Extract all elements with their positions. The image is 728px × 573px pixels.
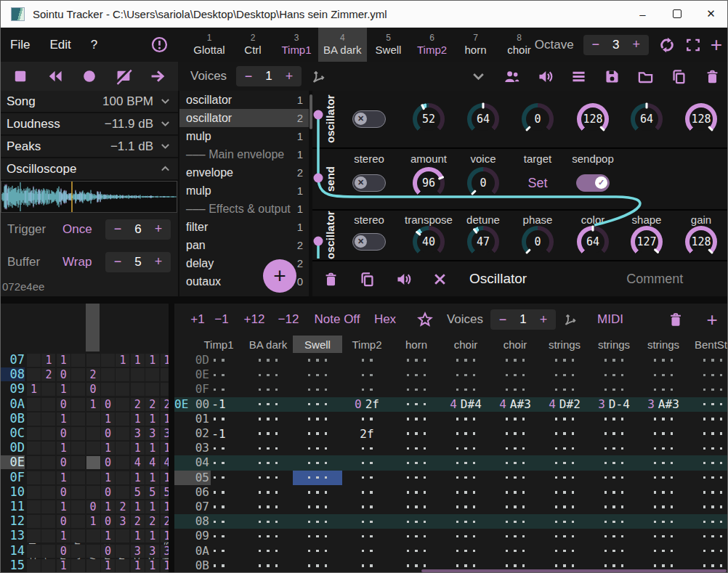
folder-icon[interactable]: [637, 68, 654, 85]
follow-arrow-icon[interactable]: [149, 68, 166, 85]
pattern-cell[interactable]: [243, 412, 293, 426]
pattern-cell[interactable]: [243, 471, 293, 485]
record-icon[interactable]: [81, 68, 98, 85]
order-cell[interactable]: [161, 368, 169, 381]
pattern-cell[interactable]: [441, 426, 490, 441]
order-row-number[interactable]: 13: [0, 529, 25, 542]
loop-icon[interactable]: [658, 36, 676, 54]
order-cell[interactable]: 3: [145, 545, 159, 558]
track-tab-ba-dark[interactable]: 4BA dark: [318, 28, 367, 62]
unit-list-item[interactable]: envelope2: [179, 163, 309, 182]
pattern-cell[interactable]: [490, 471, 540, 485]
pattern-cell[interactable]: [490, 353, 540, 367]
order-cell[interactable]: 2: [116, 500, 129, 513]
split-voices-icon[interactable]: [311, 69, 326, 84]
pattern-hscrollbar[interactable]: [421, 569, 727, 572]
pattern-cell[interactable]: [342, 382, 392, 397]
pattern-cell[interactable]: 4A#3: [490, 397, 540, 412]
trigger-increment-button[interactable]: +: [149, 222, 168, 237]
pattern-cell[interactable]: [293, 485, 342, 500]
pattern-cell[interactable]: [639, 544, 688, 558]
pattern-track-header-strings[interactable]: strings: [540, 336, 589, 353]
order-cell[interactable]: [27, 413, 41, 426]
pattern-cell[interactable]: [194, 471, 243, 485]
order-cell[interactable]: 1: [161, 442, 169, 455]
order-cell[interactable]: 1: [161, 413, 169, 426]
order-cell[interactable]: 2: [145, 515, 159, 528]
order-cell[interactable]: [41, 427, 55, 440]
pattern-cell[interactable]: [194, 485, 243, 500]
stereo-toggle[interactable]: ✕: [352, 174, 386, 192]
order-cell[interactable]: 2: [131, 515, 145, 528]
order-cell[interactable]: 2: [161, 515, 169, 528]
order-cell[interactable]: [27, 427, 41, 440]
pattern-cell[interactable]: [243, 544, 293, 558]
order-cell[interactable]: [71, 442, 85, 455]
pattern-cell[interactable]: 02f: [342, 397, 392, 412]
pattern-cell[interactable]: [243, 397, 293, 412]
pattern-cell[interactable]: [589, 353, 639, 367]
order-cell[interactable]: 5: [145, 486, 159, 499]
pattern-cell[interactable]: [688, 544, 728, 558]
pattern-track-header-swell[interactable]: Swell: [293, 336, 342, 353]
order-row-number[interactable]: 15: [0, 558, 25, 572]
order-row-number[interactable]: 0B: [0, 412, 25, 426]
pattern-tool-+12[interactable]: +12: [244, 312, 265, 327]
pattern-cell[interactable]: [441, 514, 490, 529]
pattern-cell[interactable]: [293, 529, 342, 543]
order-cell[interactable]: 0: [101, 398, 115, 411]
copy-unit-icon[interactable]: [359, 271, 376, 288]
order-cell[interactable]: [27, 500, 41, 513]
knob-amount[interactable]: 96: [413, 167, 445, 199]
order-cell[interactable]: [41, 515, 55, 528]
add-unit-button[interactable]: +: [263, 259, 296, 293]
order-cell[interactable]: [86, 529, 100, 542]
pattern-voices-decrement-button[interactable]: −: [493, 312, 512, 328]
order-cell[interactable]: 1: [131, 500, 145, 513]
pattern-cell[interactable]: [540, 529, 589, 543]
order-cell[interactable]: 3: [116, 515, 129, 528]
order-cell[interactable]: [71, 383, 85, 396]
order-cell[interactable]: 0: [57, 515, 70, 528]
pattern-cell[interactable]: [441, 544, 490, 558]
order-cell[interactable]: [116, 471, 129, 484]
maximize-button[interactable]: [660, 0, 694, 28]
pattern-cell[interactable]: [540, 367, 589, 382]
order-cell[interactable]: [41, 559, 55, 572]
order-cell[interactable]: [101, 383, 115, 396]
side-row-song[interactable]: Song100 BPM: [0, 91, 178, 113]
delete-unit-icon[interactable]: [323, 271, 339, 288]
order-cell[interactable]: 4: [161, 456, 169, 469]
pattern-cell[interactable]: [243, 455, 293, 470]
pattern-cell[interactable]: [342, 485, 392, 500]
pattern-cell[interactable]: [293, 455, 342, 470]
trigger-decrement-button[interactable]: −: [108, 222, 127, 237]
order-cell[interactable]: 3: [131, 545, 145, 558]
pattern-cell[interactable]: [342, 367, 392, 382]
sendpop-toggle[interactable]: ✓: [576, 174, 610, 192]
order-row-number[interactable]: 09: [0, 382, 25, 396]
track-tab-timp1[interactable]: 3Timp1: [275, 28, 318, 62]
chevron-down-icon[interactable]: [470, 68, 487, 85]
pattern-cell[interactable]: 2f: [342, 426, 392, 441]
pattern-cell[interactable]: [589, 544, 639, 558]
order-cell[interactable]: 1: [131, 559, 145, 572]
order-cell[interactable]: 1: [161, 471, 169, 484]
knob-param[interactable]: 64: [467, 103, 499, 135]
params-scrollbar[interactable]: [310, 94, 312, 129]
copy-icon[interactable]: [671, 68, 687, 85]
pattern-cell[interactable]: [293, 558, 342, 573]
order-cell[interactable]: [71, 398, 85, 411]
order-cell[interactable]: [86, 545, 100, 558]
pattern-track-header-timp2[interactable]: Timp2: [342, 336, 392, 353]
order-cell[interactable]: [27, 515, 41, 528]
order-cell[interactable]: 1: [131, 413, 145, 426]
order-cell[interactable]: 4: [145, 456, 159, 469]
pattern-cell[interactable]: [243, 558, 293, 573]
menu-item-help[interactable]: ?: [91, 38, 97, 52]
order-cell[interactable]: 3: [131, 427, 145, 440]
pattern-cell[interactable]: [194, 353, 243, 367]
oscilloscope-header[interactable]: Oscilloscope: [0, 158, 178, 181]
order-row-number[interactable]: 12: [0, 514, 25, 528]
pattern-cell[interactable]: [688, 412, 728, 426]
